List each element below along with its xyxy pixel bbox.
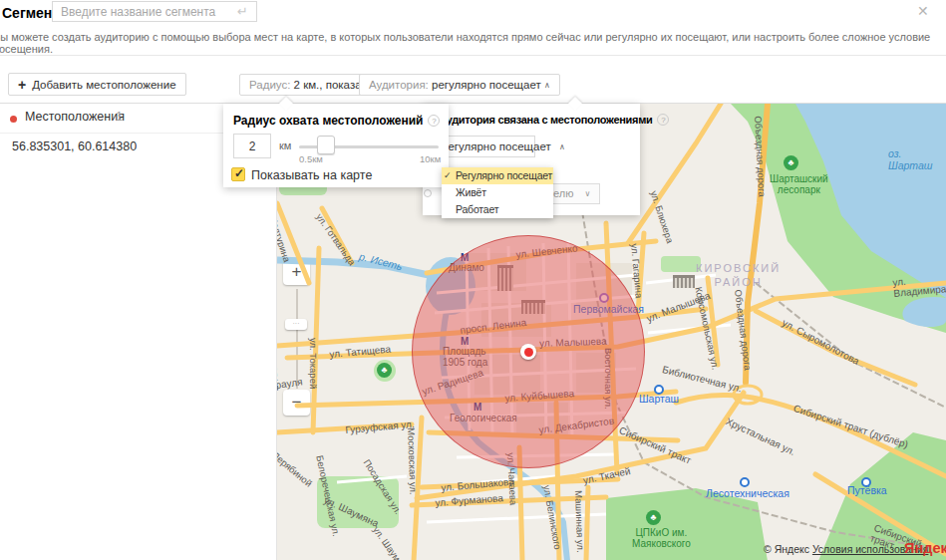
map-label: оз. Шарташ bbox=[888, 147, 946, 171]
chevron-down-icon: ∨ bbox=[584, 189, 590, 198]
map-label: ул. Гагарина bbox=[629, 243, 645, 299]
map-label: Московская ул. bbox=[406, 427, 419, 495]
enter-icon: ↵ bbox=[237, 4, 248, 19]
building-icon bbox=[497, 265, 513, 291]
metro-icon: М bbox=[461, 337, 469, 347]
map-label: Сибирский тракт (дублёр) bbox=[792, 403, 910, 450]
location-marker-icon bbox=[10, 116, 17, 123]
audience-options-list: ✓ Регулярно посещает Живёт Работает bbox=[442, 167, 553, 218]
map-label: ул. Блюхера bbox=[649, 189, 676, 244]
map-label: ул. Фурманова bbox=[435, 492, 503, 508]
map-label: ул. Сыромолотова bbox=[781, 317, 861, 367]
map-label: Библиотечная ул. bbox=[661, 364, 743, 394]
map-label: Лесотехническая bbox=[706, 487, 789, 499]
map-label: Дерябиной bbox=[277, 449, 314, 489]
map-label: ул. Владимира bbox=[892, 272, 946, 299]
page-title: Сегмент bbox=[2, 5, 59, 21]
radius-popup: Радиус охвата местоположений? км 0.5км 1… bbox=[223, 104, 449, 187]
map-label: ул. Шаумяна bbox=[371, 524, 412, 560]
close-icon[interactable]: ✕ bbox=[917, 3, 929, 19]
map-label: Геологическая bbox=[450, 413, 517, 423]
map-label: Халтурина bbox=[277, 215, 293, 263]
divider bbox=[0, 55, 946, 56]
ring-icon bbox=[861, 477, 871, 487]
building-icon bbox=[521, 300, 545, 314]
segment-name-input[interactable] bbox=[52, 1, 257, 22]
ring-icon bbox=[599, 293, 609, 303]
map-label: Площадь 1905 года bbox=[443, 346, 487, 368]
map-label: Шарташский лесопарк bbox=[770, 173, 828, 195]
map-label: ул. Белинского bbox=[541, 484, 563, 550]
map-label: Заводская ул. bbox=[277, 331, 282, 393]
park-icon: ♣ bbox=[784, 155, 798, 170]
map-label: р. Исеть bbox=[358, 250, 404, 272]
segment-description: Вы можете создать аудиторию с помощью вы… bbox=[0, 31, 946, 55]
map-label: ул. Большакова bbox=[441, 476, 514, 493]
map-label: Машинная ул. bbox=[573, 490, 586, 553]
show-on-map-checkbox[interactable]: ✓ bbox=[231, 167, 245, 181]
map-label: ул. Малышева bbox=[539, 336, 607, 349]
map-label: Посадская ул. bbox=[362, 457, 405, 516]
map-label: Первомайская bbox=[573, 303, 644, 315]
map-label: ул. Чапаева bbox=[505, 452, 519, 505]
location-coordinates[interactable]: 56.835301, 60.614380 bbox=[12, 140, 137, 153]
metro-icon: М bbox=[473, 403, 481, 413]
locations-count: 1 bbox=[116, 110, 123, 124]
radius-slider-handle[interactable] bbox=[317, 136, 335, 154]
map-label: просп. Ленина bbox=[460, 317, 527, 336]
add-location-button[interactable]: +Добавить местоположение bbox=[8, 73, 186, 96]
map-label: ул. Декабристов bbox=[538, 416, 615, 435]
radius-unit: км bbox=[279, 140, 291, 151]
park-icon: ♣ bbox=[377, 363, 392, 378]
show-on-map-label[interactable]: Показывать на карте bbox=[251, 168, 372, 182]
map-label: ул. Готвальда bbox=[314, 211, 358, 267]
map-label: Объездная дорога bbox=[753, 116, 768, 197]
help-icon[interactable]: ? bbox=[657, 114, 669, 126]
plus-icon: + bbox=[18, 77, 26, 93]
slider-max-label: 10км bbox=[420, 153, 441, 164]
slider-min-label: 0.5км bbox=[299, 153, 323, 164]
check-icon: ✓ bbox=[234, 166, 244, 180]
map-label: ул. Куйбышева bbox=[504, 388, 574, 404]
selected-location-marker[interactable] bbox=[520, 344, 536, 360]
map-label: ул. Радищева bbox=[421, 367, 484, 397]
option-lives[interactable]: Живёт bbox=[442, 184, 553, 201]
map-label: ул. Шевченко bbox=[515, 243, 578, 260]
building-icon bbox=[673, 275, 695, 288]
map-label: Белореченская ул. bbox=[314, 454, 342, 537]
metro-icon: М bbox=[461, 253, 469, 263]
map-label: КИРОВСКИЙ РАЙОН bbox=[696, 261, 781, 289]
hidden-radio[interactable] bbox=[424, 189, 432, 197]
map-label: ул. Ткачей bbox=[582, 465, 631, 486]
map-label: ул. Токарей bbox=[308, 338, 319, 389]
chevron-up-icon: ∧ bbox=[559, 142, 565, 151]
ring-icon bbox=[654, 385, 664, 395]
ring-icon bbox=[740, 477, 750, 487]
map-label: Динамо bbox=[449, 262, 484, 273]
map-label: Сибирский тракт bbox=[618, 424, 694, 466]
radius-value-input[interactable] bbox=[233, 134, 271, 158]
map-label: ул. Татищева bbox=[329, 344, 392, 360]
check-icon: ✓ bbox=[444, 167, 451, 184]
option-regularly-visits[interactable]: ✓ Регулярно посещает bbox=[442, 167, 553, 184]
audience-dropdown-button[interactable]: Аудитория: регулярно посещает ∧ bbox=[359, 74, 560, 96]
help-icon[interactable]: ? bbox=[428, 115, 440, 127]
map-label: Восточная ул. bbox=[603, 348, 614, 410]
park-icon: ♣ bbox=[646, 510, 661, 525]
chevron-up-icon: ∧ bbox=[544, 81, 550, 90]
map-label: Объездная дорога bbox=[733, 289, 754, 371]
map-label: Хрустальная ул. bbox=[724, 416, 796, 457]
option-works[interactable]: Работает bbox=[442, 201, 553, 218]
map-label: ЦПКиО им. Маяковского bbox=[632, 527, 691, 549]
yandex-logo[interactable]: Яндекс bbox=[904, 540, 946, 556]
map-label: Гурзуфская ул. bbox=[345, 419, 415, 435]
